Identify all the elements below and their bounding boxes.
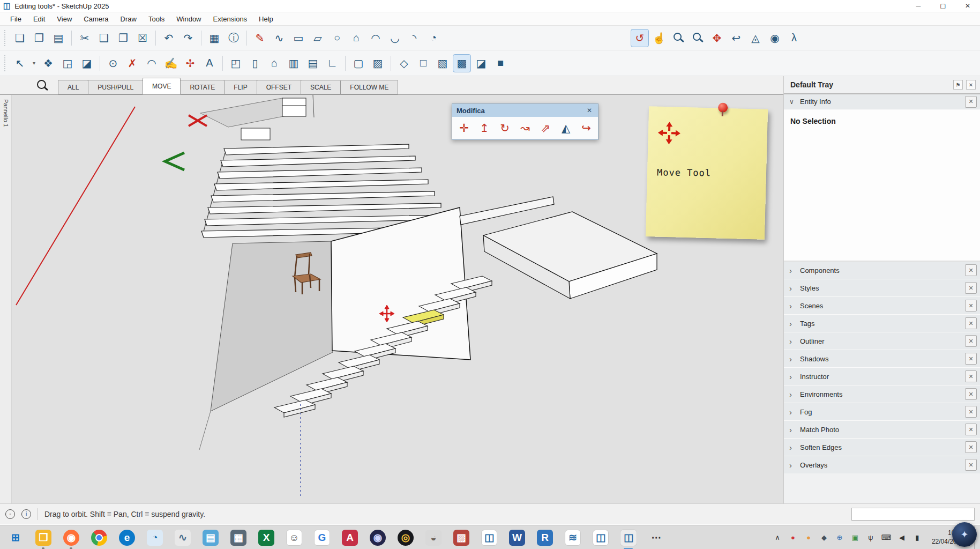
tool-tab[interactable]: FOLLOW ME: [340, 80, 398, 94]
g-app[interactable]: G: [314, 530, 330, 546]
camera-app[interactable]: ◉: [370, 530, 386, 546]
flip-tool[interactable]: ◭: [557, 120, 574, 137]
component-door-button[interactable]: ▯: [246, 54, 264, 72]
tray-section-row[interactable]: › Outliner ✕: [784, 332, 980, 350]
tray-section-close-button[interactable]: ✕: [965, 424, 977, 435]
open-file-button[interactable]: ❐: [30, 29, 48, 47]
notepad[interactable]: ▤: [203, 530, 219, 546]
two-point-arc-tool[interactable]: ◡: [386, 29, 404, 47]
remote-desktop[interactable]: ☺: [286, 530, 302, 546]
tray-app-orange[interactable]: ●: [803, 533, 814, 541]
shaded-textures-style-button[interactable]: ▩: [453, 54, 471, 72]
menu-item[interactable]: Extensions: [207, 13, 253, 25]
tool-tab[interactable]: ROTATE: [180, 80, 225, 94]
polygon-tool[interactable]: ⌂: [347, 29, 365, 47]
shaded-style-button[interactable]: ▧: [433, 54, 452, 72]
xray-style-button[interactable]: ▢: [349, 54, 368, 72]
model-info-button[interactable]: ⓘ: [225, 29, 243, 47]
offset-tool[interactable]: ↪: [578, 120, 595, 137]
toolbar-separator[interactable]: [391, 56, 391, 71]
pan-tool[interactable]: ☝: [650, 29, 668, 47]
undo-button[interactable]: ↶: [160, 29, 178, 47]
credits-icon[interactable]: i: [21, 509, 31, 519]
paste-button[interactable]: ❒: [114, 29, 132, 47]
walk-tool[interactable]: λ: [785, 29, 803, 47]
revit[interactable]: R: [537, 530, 553, 546]
tray-section-row[interactable]: › Shadows ✕: [784, 350, 980, 367]
tray-section-row[interactable]: › Soften Edges ✕: [784, 439, 980, 456]
arc-tool[interactable]: ◠: [366, 29, 385, 47]
tray-section-row[interactable]: › Styles ✕: [784, 279, 980, 296]
textured-style-button[interactable]: ◪: [472, 54, 490, 72]
monochrome-style-button[interactable]: ■: [491, 54, 510, 72]
volume-icon[interactable]: ◀: [896, 533, 907, 541]
look-around-tool[interactable]: ◉: [766, 29, 784, 47]
sketchup-shortcut-1[interactable]: ◫: [481, 530, 497, 546]
save-button[interactable]: ▤: [49, 29, 68, 47]
new-file-button[interactable]: ❏: [11, 29, 29, 47]
modifica-title-bar[interactable]: Modifica ✕: [452, 104, 598, 117]
tray-app-dark[interactable]: ◆: [819, 533, 829, 541]
record-indicator[interactable]: ●: [788, 533, 798, 541]
tray-section-close-button[interactable]: ✕: [965, 317, 977, 329]
tool-tab[interactable]: ALL: [58, 80, 88, 94]
tray-section-row[interactable]: › Environments ✕: [784, 385, 980, 403]
tray-section-close-button[interactable]: ✕: [965, 264, 977, 276]
menu-item[interactable]: View: [51, 13, 78, 25]
tray-section-row[interactable]: › Fog ✕: [784, 403, 980, 420]
search-icon[interactable]: [35, 79, 48, 92]
eraser-tool[interactable]: ◪: [78, 54, 96, 72]
tray-section-row[interactable]: › Overlays ✕: [784, 456, 980, 473]
viewport-canvas[interactable]: Modifica ✕ ✛↥↻↝⇗◭↪: [12, 95, 783, 503]
select-dropdown[interactable]: ▾: [30, 54, 38, 72]
component-box-button[interactable]: ◰: [227, 54, 245, 72]
minimize-button[interactable]: ─: [906, 0, 931, 12]
freehand-tool[interactable]: ∿: [270, 29, 288, 47]
maximize-button[interactable]: ▢: [931, 0, 955, 12]
microphone-icon[interactable]: ψ: [865, 533, 876, 541]
screen-recorder[interactable]: ◎: [398, 530, 414, 546]
pie-tool[interactable]: ◔: [424, 29, 443, 47]
tool-tab[interactable]: SCALE: [301, 80, 341, 94]
toolbar-separator[interactable]: [100, 56, 100, 71]
follow-me-tool[interactable]: ↝: [517, 120, 534, 137]
tray-section-row[interactable]: › Tags ✕: [784, 315, 980, 332]
tray-section-row[interactable]: › Instructor ✕: [784, 368, 980, 385]
control-panel[interactable]: ◔: [147, 530, 163, 546]
tray-section-close-button[interactable]: ✕: [965, 406, 977, 418]
toolbar-separator[interactable]: [222, 56, 223, 71]
back-edges-style-button[interactable]: ▨: [369, 54, 387, 72]
component-house-button[interactable]: ⌂: [265, 54, 283, 72]
edge[interactable]: e: [119, 530, 135, 546]
tray-section-row[interactable]: › Match Photo ✕: [784, 421, 980, 438]
three-point-arc-tool[interactable]: ◝: [405, 29, 423, 47]
select-tool[interactable]: ↖: [11, 54, 29, 72]
make-component-button[interactable]: ❖: [39, 54, 57, 72]
performance-monitor[interactable]: ∿: [175, 530, 191, 546]
redo-button[interactable]: ↷: [179, 29, 197, 47]
move-tool[interactable]: ✛: [455, 120, 473, 137]
line-tool[interactable]: ✎: [251, 29, 269, 47]
entity-info-close-button[interactable]: ✕: [965, 96, 977, 108]
component-wall-button[interactable]: ∟: [323, 54, 341, 72]
file-explorer[interactable]: ❒: [35, 530, 51, 546]
geolocation-icon[interactable]: ◦: [5, 509, 15, 519]
tray-section-close-button[interactable]: ✕: [965, 335, 977, 347]
floating-overlay-button[interactable]: ✦: [952, 522, 977, 547]
wireframe-style-button[interactable]: ◇: [395, 54, 413, 72]
tray-section-close-button[interactable]: ✕: [965, 353, 977, 365]
toolbar-grip[interactable]: [4, 55, 9, 71]
network-icon[interactable]: ⊕: [834, 533, 845, 541]
paint-bucket-tool[interactable]: ◲: [58, 54, 77, 72]
hidden-line-style-button[interactable]: □: [414, 54, 432, 72]
toolbar-separator[interactable]: [246, 31, 247, 46]
tool-tab[interactable]: MOVE: [143, 78, 181, 94]
docked-panel-tab[interactable]: Pannello 1: [0, 95, 12, 503]
battery-icon[interactable]: ▮: [912, 533, 923, 541]
tray-section-close-button[interactable]: ✕: [965, 300, 977, 311]
toolbar-separator[interactable]: [345, 56, 346, 71]
entity-info-header[interactable]: ∨ Entity Info ✕: [784, 94, 980, 109]
calculator[interactable]: ▦: [230, 530, 246, 546]
close-button[interactable]: ✕: [955, 0, 980, 12]
previous-view-button[interactable]: ↩: [727, 29, 745, 47]
